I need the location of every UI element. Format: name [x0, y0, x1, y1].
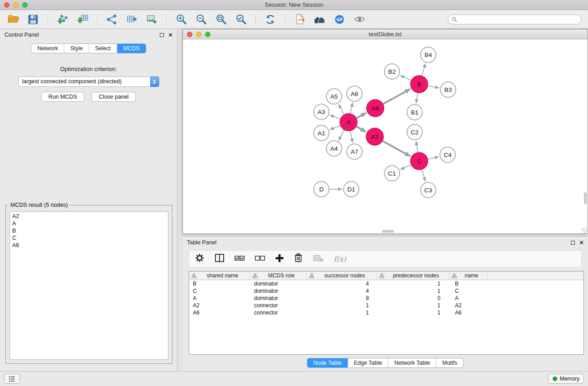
zoom-selected-button[interactable]: [232, 12, 249, 27]
graph-edge-A-A4[interactable]: [339, 130, 344, 141]
graph-edge-A-A6[interactable]: [357, 113, 367, 118]
tab-motifs[interactable]: Motifs: [436, 358, 463, 367]
export-image-button[interactable]: [143, 12, 160, 27]
graph-node-C3[interactable]: C3: [421, 182, 436, 198]
graph-edge-A-A7[interactable]: [350, 131, 353, 143]
graph-edge-B-B4[interactable]: [422, 63, 425, 76]
graph-edge-C-C4[interactable]: [428, 157, 439, 159]
graph-node-C4[interactable]: C4: [440, 147, 455, 162]
mcds-result-item[interactable]: A6: [12, 242, 166, 249]
tab-network[interactable]: Network: [31, 44, 64, 53]
graph-edge-B-B2[interactable]: [400, 76, 411, 81]
export-document-button[interactable]: [291, 12, 308, 27]
add-column-button[interactable]: [275, 254, 284, 264]
zoom-fit-button[interactable]: [212, 12, 229, 27]
graph-node-C1[interactable]: C1: [384, 166, 400, 181]
run-mcds-button[interactable]: Run MCDS: [41, 92, 84, 102]
graph-edge-A2-C[interactable]: [383, 141, 411, 157]
show-columns-button[interactable]: [215, 253, 225, 264]
task-history-button[interactable]: [4, 374, 20, 384]
graph-node-D[interactable]: D: [314, 181, 329, 197]
column-header-predecessor-nodes[interactable]: predecessor nodes: [377, 272, 449, 280]
graph-node-A6[interactable]: A6: [367, 100, 384, 117]
close-network-button[interactable]: [187, 32, 192, 37]
function-builder-button[interactable]: f(x): [334, 255, 346, 263]
graph-edge-A6-B[interactable]: [383, 89, 411, 104]
maximize-network-button[interactable]: [205, 32, 210, 37]
graph-edge-C-C3[interactable]: [422, 170, 425, 181]
import-network-button[interactable]: [54, 12, 71, 27]
graph-node-A7[interactable]: A7: [347, 144, 362, 159]
tab-edge-table[interactable]: Edge Table: [348, 358, 388, 367]
graph-node-C2[interactable]: C2: [407, 124, 422, 140]
save-session-button[interactable]: [24, 12, 42, 27]
graph-edge-A-A5[interactable]: [339, 104, 344, 114]
graph-node-A[interactable]: A: [340, 114, 357, 131]
tab-style[interactable]: Style: [64, 44, 89, 53]
style-vizmapper-button[interactable]: [331, 12, 348, 27]
table-row[interactable]: A2connector11A2: [189, 302, 583, 309]
table-row[interactable]: Cdominator41C: [189, 287, 583, 295]
graph-node-B2[interactable]: B2: [384, 64, 400, 79]
graph-node-B4[interactable]: B4: [421, 47, 436, 62]
tab-mcds[interactable]: MCDS: [117, 44, 146, 53]
search-input[interactable]: [459, 16, 578, 23]
open-session-button[interactable]: [5, 12, 22, 27]
minimize-window-button[interactable]: [13, 2, 19, 8]
criterion-select[interactable]: largest connected component (directed): [18, 76, 159, 87]
network-canvas[interactable]: B4B2BB3A8A5A6A3B1AC2A1A2A4A7C4CC1C3DD1: [183, 39, 588, 234]
table-row[interactable]: Adominator80A: [189, 295, 583, 302]
delete-table-button[interactable]: [313, 254, 324, 264]
close-window-button[interactable]: [4, 2, 10, 8]
tab-node-table[interactable]: Node Table: [307, 358, 348, 367]
table-row[interactable]: Bdominator41B: [189, 280, 583, 287]
tab-select[interactable]: Select: [89, 44, 117, 53]
vertical-scrollbar-thumb[interactable]: [584, 192, 587, 204]
graph-edge-A-A8[interactable]: [350, 103, 353, 114]
graph-edge-A-A1[interactable]: [330, 125, 340, 129]
graph-edge-A-A2[interactable]: [357, 127, 366, 132]
new-network-button[interactable]: [103, 12, 120, 27]
memory-button[interactable]: Memory: [548, 374, 584, 384]
graph-node-A2[interactable]: A2: [366, 128, 383, 145]
graph-node-A1[interactable]: A1: [314, 125, 329, 141]
select-all-rows-button[interactable]: [234, 254, 245, 264]
graph-edge-C-C1[interactable]: [400, 165, 411, 170]
mcds-result-item[interactable]: B: [12, 227, 166, 234]
deselect-all-rows-button[interactable]: [255, 254, 265, 264]
graph-node-A3[interactable]: A3: [314, 104, 329, 119]
graph-node-D1[interactable]: D1: [344, 181, 359, 197]
horizontal-scrollbar-thumb[interactable]: [382, 230, 394, 233]
graph-node-C[interactable]: C: [411, 152, 428, 170]
tab-network-table[interactable]: Network Table: [388, 358, 436, 367]
column-header-name[interactable]: name: [449, 272, 488, 280]
close-table-panel-icon[interactable]: [579, 240, 583, 245]
maximize-window-button[interactable]: [22, 2, 28, 8]
zoom-in-button[interactable]: [172, 12, 190, 27]
float-table-panel-icon[interactable]: [571, 241, 575, 245]
column-header-successor-nodes[interactable]: successor nodes: [307, 272, 377, 280]
export-table-button[interactable]: [123, 12, 140, 27]
minimize-network-button[interactable]: [196, 32, 201, 37]
close-panel-button[interactable]: Close panel: [91, 92, 136, 102]
graph-edge-B-B1[interactable]: [416, 93, 418, 104]
graph-edge-C-C2[interactable]: [416, 141, 418, 152]
network-overview-button[interactable]: [311, 12, 328, 27]
graph-edge-A-A3[interactable]: [330, 115, 340, 119]
mcds-result-item[interactable]: C: [12, 234, 166, 242]
network-window-titlebar[interactable]: testGlobe.txt: [183, 29, 588, 39]
graph-node-B1[interactable]: B1: [407, 105, 422, 120]
graph-node-B3[interactable]: B3: [440, 82, 456, 97]
graph-node-A8[interactable]: A8: [347, 86, 362, 101]
show-hide-button[interactable]: [351, 12, 368, 27]
delete-column-button[interactable]: [294, 253, 303, 265]
column-header-MCDS-role[interactable]: MCDS role: [250, 272, 307, 280]
search-box[interactable]: [448, 14, 582, 24]
mcds-result-item[interactable]: A2: [12, 213, 166, 220]
zoom-out-button[interactable]: [192, 12, 210, 27]
table-settings-button[interactable]: [195, 253, 205, 265]
column-header-shared-name[interactable]: shared name: [189, 272, 250, 280]
graph-node-B[interactable]: B: [411, 76, 428, 93]
close-panel-icon[interactable]: [168, 33, 172, 37]
graph-edge-B-B3[interactable]: [428, 86, 440, 88]
